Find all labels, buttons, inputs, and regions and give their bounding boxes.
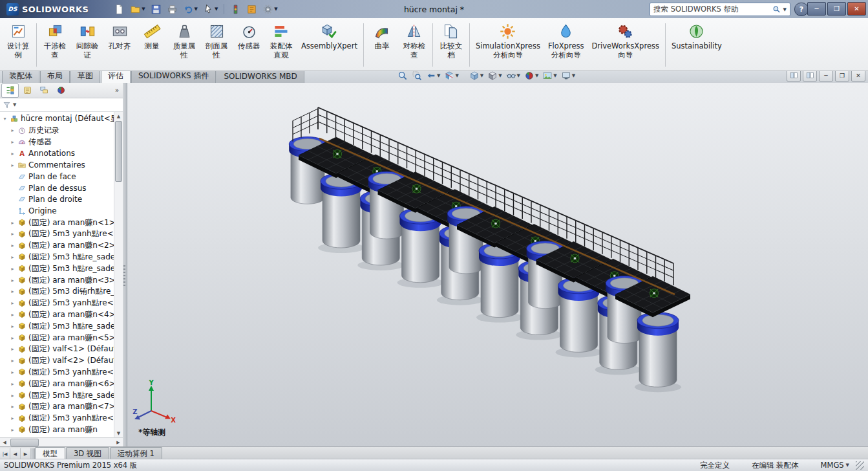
sensor-button[interactable]: 传感器 xyxy=(233,20,265,70)
floxpress-wizard-button[interactable]: FloXpress 分析向导 xyxy=(544,20,588,70)
sustainability-button[interactable]: Sustainability xyxy=(668,20,726,70)
scrollbar-thumb[interactable] xyxy=(115,121,122,182)
units-dropdown[interactable]: MMGS▼ xyxy=(821,461,849,470)
expand-icon[interactable]: ▸ xyxy=(10,346,16,352)
scroll-right-arrow[interactable]: ▶ xyxy=(114,439,123,447)
expand-icon[interactable]: ▸ xyxy=(10,266,16,272)
expand-icon[interactable]: ▸ xyxy=(10,220,16,226)
edit-appearance-button[interactable]: ▼ xyxy=(522,69,540,82)
tree-item-component[interactable]: ▸(固定) 5m3 yanh點re<1 xyxy=(0,228,114,240)
zoom-area-button[interactable] xyxy=(410,69,424,82)
propertymanager-tab[interactable] xyxy=(19,84,36,97)
symmetry-check-button[interactable]: 对称检 查 xyxy=(398,20,430,70)
maximize-button[interactable]: ❐ xyxy=(827,2,846,16)
tree-horizontal-scrollbar[interactable]: ◀ ▶ xyxy=(0,437,123,447)
tree-item-component[interactable]: ▸(固定) ara man赚n<1> xyxy=(0,217,114,228)
undo-button[interactable]: ▼ xyxy=(181,2,200,16)
tree-item-front-plane[interactable]: Plan de face xyxy=(0,171,114,182)
tab-scroll-first-button[interactable]: |◀ xyxy=(0,448,10,459)
expand-icon[interactable]: ▸ xyxy=(10,335,16,341)
tab-scroll-left-button[interactable]: ◀ xyxy=(10,448,21,459)
tree-item-component[interactable]: ▸(固定) ara man赚n<7> xyxy=(0,401,114,413)
tab-motion-study-1[interactable]: 运动算例 1 xyxy=(110,447,162,459)
search-box[interactable]: 搜索 SOLIDWORKS 帮助 ▼ xyxy=(650,3,790,16)
minimize-button[interactable]: ─ xyxy=(807,2,826,16)
assembly-3d-model[interactable] xyxy=(127,83,868,447)
tree-item-component[interactable]: ▸(固定) 5m3 h點re_sade xyxy=(0,263,114,274)
compare-documents-button[interactable]: 比较文 档 xyxy=(435,20,467,70)
expand-icon[interactable]: ▸ xyxy=(10,139,16,145)
tree-item-component[interactable]: ▸(固定) 5m3 h點re_sade xyxy=(0,389,114,401)
previous-view-button[interactable]: ▼ xyxy=(424,69,442,82)
tree-item-top-plane[interactable]: Plan de dessus xyxy=(0,182,114,194)
expand-icon[interactable]: ▸ xyxy=(10,427,16,433)
tree-item-component[interactable]: ▸(固定) ara man赚n<3> xyxy=(0,274,114,286)
tree-item-component[interactable]: ▸(固定) valf<2> (Défaut xyxy=(0,355,114,367)
expand-icon[interactable]: ▸ xyxy=(10,162,16,168)
help-button[interactable]: ? xyxy=(794,3,809,16)
tab-model[interactable]: 模型 xyxy=(35,447,65,459)
tree-item-component[interactable]: ▸(固定) valf<1> (Défaut xyxy=(0,344,114,355)
tree-item-component[interactable]: ▸(固定) ara man赚n<4> xyxy=(0,309,114,321)
scrollbar-thumb[interactable] xyxy=(10,439,39,446)
expand-icon[interactable]: ▸ xyxy=(10,381,16,387)
resize-grip[interactable] xyxy=(856,461,864,470)
expand-icon[interactable]: ▸ xyxy=(10,278,16,283)
display-style-button[interactable]: ▼ xyxy=(485,69,503,82)
tree-vertical-scrollbar[interactable]: ▲ ▼ xyxy=(114,112,123,437)
panel-splitter[interactable] xyxy=(123,83,127,447)
expand-icon[interactable]: ▸ xyxy=(10,151,16,157)
tree-item-annotations[interactable]: ▸Annotations xyxy=(0,148,114,159)
scroll-left-arrow[interactable]: ◀ xyxy=(0,439,9,447)
save-button[interactable] xyxy=(149,2,164,16)
print-button[interactable] xyxy=(165,2,180,16)
tree-item-origin[interactable]: Origine xyxy=(0,205,114,217)
view-settings-button[interactable]: ▼ xyxy=(559,69,577,82)
chevron-down-icon[interactable]: ▼ xyxy=(783,7,787,12)
expand-icon[interactable]: ▸ xyxy=(10,415,16,421)
tree-item-component[interactable]: ▸(固定) ara man赚n<6> xyxy=(0,378,114,389)
new-document-button[interactable] xyxy=(112,2,127,16)
tree-item-comments[interactable]: ▸Commentaires xyxy=(0,159,114,171)
tree-item-component[interactable]: ▸(固定) 5m3 h點re_sade xyxy=(0,320,114,332)
mass-properties-button[interactable]: 质量属 性 xyxy=(168,20,200,70)
interference-detection-button[interactable]: 干涉检 查 xyxy=(39,20,71,70)
expand-icon[interactable]: ▸ xyxy=(10,404,16,410)
splitter-handle[interactable] xyxy=(123,265,125,287)
open-button[interactable]: ▼ xyxy=(128,2,147,16)
assemblyxpert-button[interactable]: AssemblyXpert xyxy=(297,20,361,70)
filter-funnel-icon[interactable] xyxy=(3,101,11,109)
expand-icon[interactable]: ▸ xyxy=(10,289,16,294)
tree-item-component[interactable]: ▸(固定) 5m3 yanh點re<4 xyxy=(0,413,114,424)
expand-icon[interactable]: ▸ xyxy=(10,323,16,329)
tree-item-history[interactable]: ▸历史记录 xyxy=(0,125,114,137)
hide-show-items-button[interactable]: ▼ xyxy=(504,69,522,82)
driveworksxpress-wizard-button[interactable]: DriveWorksXpress 向导 xyxy=(587,20,662,70)
expand-icon[interactable]: ▸ xyxy=(10,369,16,375)
tree-item-component[interactable]: ▸(固定) 5m3 h點re_sade xyxy=(0,252,114,263)
expand-icon[interactable]: ▸ xyxy=(10,300,16,306)
graphics-viewport[interactable]: Y X Z *等轴测 xyxy=(127,83,868,447)
expand-icon[interactable]: ▸ xyxy=(10,243,16,248)
zoom-fit-button[interactable] xyxy=(396,69,410,82)
apply-scene-button[interactable]: ▼ xyxy=(540,69,558,82)
panel-expand-chevron[interactable]: » xyxy=(112,87,122,94)
hole-alignment-button[interactable]: 孔对齐 xyxy=(103,20,136,70)
expand-icon[interactable]: ▸ xyxy=(10,393,16,399)
section-properties-button[interactable]: 剖面属 性 xyxy=(200,20,233,70)
tree-item-component[interactable]: ▸(固定) ara man赚n xyxy=(0,424,114,436)
tab-scroll-right-button[interactable]: ▶ xyxy=(21,448,31,459)
assembly-visualization-button[interactable]: 装配体 直观 xyxy=(265,20,297,70)
chevron-down-icon[interactable]: ▼ xyxy=(13,102,16,107)
expand-icon[interactable]: ▸ xyxy=(10,254,16,260)
close-button[interactable]: ✕ xyxy=(847,2,866,16)
scroll-up-arrow[interactable]: ▲ xyxy=(114,112,123,120)
configurationmanager-tab[interactable] xyxy=(36,84,52,97)
tree-item-right-plane[interactable]: Plan de droite xyxy=(0,194,114,206)
featuremanager-tab[interactable] xyxy=(1,83,19,98)
simulationxpress-wizard-button[interactable]: SimulationXpress 分析向导 xyxy=(472,20,544,70)
expand-icon[interactable]: ▸ xyxy=(10,231,16,237)
tab-3d-views[interactable]: 3D 视图 xyxy=(66,447,109,459)
tree-item-component[interactable]: ▸(固定) ara man赚n<5> xyxy=(0,332,114,344)
tree-item-component[interactable]: ▸(固定) ara man赚n<2> xyxy=(0,240,114,252)
